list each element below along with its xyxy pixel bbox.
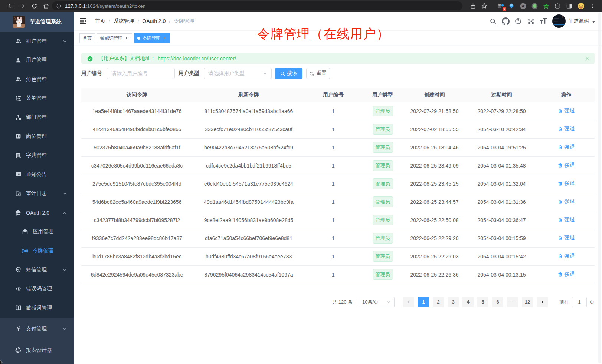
cell-access-token: 275e5de9151045fe87cbdc395e004f4d bbox=[81, 175, 193, 193]
page-button-1[interactable]: 1 bbox=[418, 297, 429, 307]
extension-green-dot-icon[interactable] bbox=[530, 2, 539, 10]
user-type-select[interactable]: 请选择用户类型 bbox=[204, 68, 272, 79]
sidebar-item-0[interactable]: 租户管理 bbox=[0, 32, 74, 50]
tab-0[interactable]: 首页 bbox=[79, 33, 95, 43]
trash-icon bbox=[558, 236, 563, 241]
extension-command-icon[interactable]: ⌘ bbox=[518, 2, 527, 10]
page-button-5[interactable]: 5 bbox=[477, 297, 488, 307]
user-menu[interactable]: 芋道源码 bbox=[552, 14, 596, 28]
force-logout-button[interactable]: 强退 bbox=[558, 126, 575, 132]
extension-stats-icon[interactable]: 9 bbox=[497, 2, 506, 10]
fullscreen-icon[interactable] bbox=[527, 17, 535, 25]
browser-chrome: 127.0.0.1:1024/system/oauth2/token 9 ⌘ bbox=[0, 0, 602, 12]
force-logout-button[interactable]: 强退 bbox=[558, 253, 575, 259]
extension-diamond-icon[interactable] bbox=[507, 2, 516, 10]
force-logout-button[interactable]: 强退 bbox=[558, 144, 575, 150]
address-bar[interactable]: 127.0.0.1:1024/system/oauth2/token bbox=[52, 1, 462, 10]
bookmark-star-icon[interactable] bbox=[480, 2, 489, 10]
sidebar-item-2[interactable]: 角色管理 bbox=[0, 70, 74, 89]
cell-refresh-token: cdfc4ce9c2da4bb1bdf21b9918ff4be5 bbox=[193, 156, 305, 175]
sidebar-item-16[interactable]: 报表设计器 bbox=[0, 341, 74, 360]
sidebar-item-15[interactable]: 支付管理 bbox=[0, 319, 74, 338]
sidebar-item-6[interactable]: 字典管理 bbox=[0, 146, 74, 165]
force-logout-button[interactable]: 强退 bbox=[558, 216, 575, 223]
cell-user-type: 管理员 bbox=[362, 138, 403, 156]
sidebar-item-8[interactable]: 审计日志 bbox=[0, 184, 74, 203]
sidebar-item-1[interactable]: 用户管理 bbox=[0, 50, 74, 69]
search-button[interactable]: 搜索 bbox=[275, 68, 302, 79]
browser-back-icon[interactable] bbox=[7, 2, 14, 10]
help-icon[interactable] bbox=[514, 17, 522, 25]
tab-2[interactable]: 令牌管理 bbox=[134, 33, 170, 43]
table-row: 54d6be82ee5a460a9aedc1f9bf22365649d1aa46… bbox=[81, 193, 595, 211]
goto-input[interactable] bbox=[572, 297, 587, 307]
browser-reload-icon[interactable] bbox=[30, 2, 38, 10]
column-header: 刷新令牌 bbox=[193, 88, 305, 102]
close-icon[interactable] bbox=[125, 36, 129, 40]
sidebar-fold-icon[interactable] bbox=[80, 18, 86, 24]
app-logo[interactable]: 芋道管理系统 bbox=[0, 12, 74, 32]
sidebar: 芋道管理系统 租户管理用户管理角色管理菜单管理部门管理岗位管理字典管理通知公告审… bbox=[0, 12, 74, 364]
page-button-6[interactable]: 6 bbox=[492, 297, 503, 307]
browser-menu-icon[interactable] bbox=[589, 2, 596, 10]
tab-1[interactable]: 敏感词管理 bbox=[97, 33, 132, 43]
breadcrumb-item[interactable]: 系统管理 bbox=[114, 18, 134, 24]
force-logout-button[interactable]: 强退 bbox=[558, 271, 575, 278]
sidebar-item-13[interactable]: 错误码管理 bbox=[0, 279, 74, 298]
table-row: b0d1785bc3a8482f812db4a3f3bd15ecb0df4980… bbox=[81, 247, 595, 265]
force-logout-button[interactable]: 强退 bbox=[558, 180, 575, 187]
extension-star-icon[interactable] bbox=[542, 2, 550, 10]
page-button-12[interactable]: 12 bbox=[522, 297, 533, 307]
browser-forward-icon[interactable] bbox=[19, 2, 26, 10]
sidebar-item-11[interactable]: 令牌管理 bbox=[0, 241, 74, 260]
user-id-input[interactable] bbox=[107, 68, 175, 79]
sidebar-item-12[interactable]: 短信管理 bbox=[0, 260, 74, 279]
page-button-3[interactable]: 3 bbox=[448, 297, 459, 307]
force-logout-button[interactable]: 强退 bbox=[558, 107, 575, 114]
next-page-button[interactable] bbox=[537, 297, 548, 307]
site-info-icon[interactable] bbox=[56, 3, 62, 9]
side-panel-icon[interactable] bbox=[565, 2, 573, 10]
page-size-select[interactable]: 10条/页 bbox=[359, 297, 395, 307]
table-body: 1ea5e44f8bc1467aaede43144f31de76811c5304… bbox=[81, 102, 595, 284]
prev-page-button[interactable] bbox=[403, 297, 414, 307]
profile-emoji-icon[interactable] bbox=[576, 2, 585, 10]
page-button-4[interactable]: 4 bbox=[462, 297, 474, 307]
table-row: 41c41346a548490f9dc8b01c6bfe0865333ecfc7… bbox=[81, 120, 595, 138]
sidebar-item-4[interactable]: 部门管理 bbox=[0, 108, 74, 127]
sidebar-item-10[interactable]: 应用管理 bbox=[0, 222, 74, 241]
cell-action: 强退 bbox=[538, 175, 595, 193]
alert-close-icon[interactable] bbox=[585, 56, 589, 61]
trash-icon bbox=[558, 254, 563, 259]
force-logout-button[interactable]: 强退 bbox=[558, 198, 575, 205]
font-size-icon[interactable] bbox=[539, 17, 547, 25]
cell-user-id: 1 bbox=[305, 102, 362, 120]
cell-created: 2022-06-25 22:50:08 bbox=[403, 211, 465, 229]
sidebar-item-label: 支付管理 bbox=[26, 325, 47, 332]
token-icon bbox=[22, 248, 28, 254]
more-pages-button[interactable]: ••• bbox=[507, 297, 518, 307]
sidebar-item-5[interactable]: 岗位管理 bbox=[0, 127, 74, 146]
search-icon[interactable] bbox=[489, 17, 497, 25]
breadcrumb-item[interactable]: OAuth 2.0 bbox=[142, 18, 166, 24]
breadcrumb-item[interactable]: 首页 bbox=[95, 18, 105, 24]
force-logout-button[interactable]: 强退 bbox=[558, 235, 575, 241]
browser-home-icon[interactable] bbox=[42, 2, 50, 10]
cell-user-id: 1 bbox=[305, 120, 362, 138]
page-button-2[interactable]: 2 bbox=[433, 297, 444, 307]
cell-created: 2022-06-25 23:49:09 bbox=[403, 156, 465, 175]
reset-button[interactable]: 重置 bbox=[306, 68, 330, 79]
github-icon[interactable] bbox=[501, 17, 510, 25]
cell-refresh-token: be90422b8c7946218275a508bf524fc9 bbox=[193, 138, 305, 156]
extensions-puzzle-icon[interactable] bbox=[553, 2, 562, 10]
sidebar-item-9[interactable]: OAuth 2.0 bbox=[0, 203, 74, 222]
doc-alert: 【用户体系】文档地址： https://doc.iocoder.cn/user-… bbox=[81, 53, 595, 64]
sidebar-item-7[interactable]: 通知公告 bbox=[0, 165, 74, 184]
sidebar-item-3[interactable]: 菜单管理 bbox=[0, 89, 74, 107]
alert-link[interactable]: https://doc.iocoder.cn/user-center/ bbox=[158, 56, 236, 62]
close-icon[interactable] bbox=[163, 36, 167, 40]
share-icon[interactable] bbox=[468, 2, 477, 10]
sidebar-item-14[interactable]: 敏感词管理 bbox=[0, 298, 74, 317]
force-logout-button[interactable]: 强退 bbox=[558, 162, 575, 169]
page-scrollbar[interactable] bbox=[598, 13, 601, 363]
